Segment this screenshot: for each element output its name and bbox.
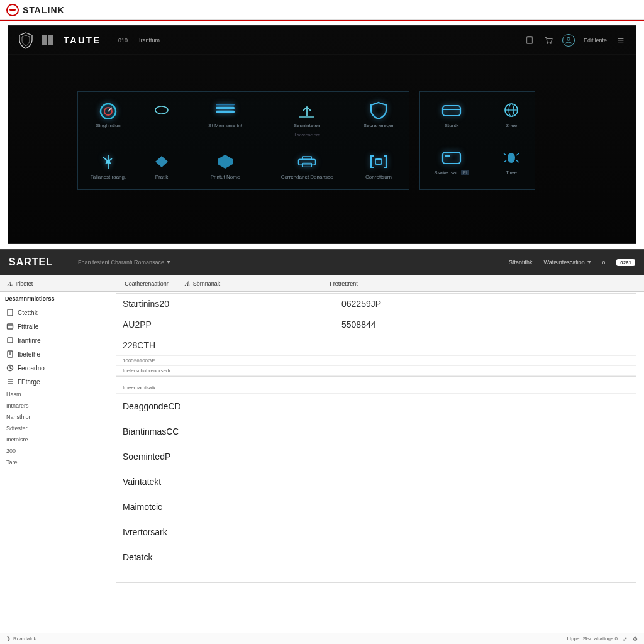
svg-rect-16 [375,159,382,164]
result-list-header: Imeerhamisaik [116,382,636,394]
sidebar-item[interactable]: Feroadno [0,361,108,375]
tab-item[interactable]: Fretrettrent [330,275,358,291]
tiles-box-side: Stuntk Zhee Ssake tsat Pl Tiree [419,91,535,190]
mid-menu-dropdown[interactable]: Watisintescation [544,259,591,265]
pie-icon [6,364,14,372]
svg-rect-23 [445,155,450,157]
detail-subrow: 100596100GE [116,356,636,366]
box2-icon [6,336,14,344]
note-icon [6,350,14,358]
result-list-item[interactable]: Maimotcic [116,494,636,519]
sidebar-item[interactable]: FEtarge [0,375,108,389]
expand-icon[interactable]: ⤢ [623,636,628,642]
tile-label: Seuninteten [294,123,321,129]
dashboard-topbar-right: Editilente [525,34,626,47]
tiles-box-main: Singhintiun St Manhane int Seuninteten I… [77,91,409,190]
cart-icon[interactable] [543,36,553,45]
tile-label: Tiree [506,170,517,176]
status-right: Ltpper Stsu attatinga 0 ⤢ ⚙ [567,636,638,642]
tile-gauge[interactable]: Singhintiun [89,101,127,129]
result-list-item[interactable]: Vaintatekt [116,469,636,494]
svg-rect-10 [216,104,235,105]
svg-rect-8 [216,107,235,109]
mid-tag: 0 [602,260,605,265]
sidebar-item[interactable]: Ftttralle [0,319,108,333]
dashboard-shield-icon [18,31,33,49]
mid-status-label[interactable]: Sttantithk [509,259,533,265]
chevron-down-icon [167,261,170,264]
svg-point-2 [547,42,548,43]
mid-badge: 0261 [616,259,635,266]
tab-item[interactable]: 𝐴.Sbrnnanak [185,275,220,291]
clipboard-icon[interactable] [525,36,535,45]
tile-sublabel: Il sosrene ore [294,133,320,137]
tile-label: Secranereger [364,123,394,129]
dashboard-nav-item[interactable]: Iranttum [139,37,160,43]
svg-line-28 [516,160,519,162]
svg-rect-30 [8,324,13,329]
result-list-item[interactable]: DeaggondeCD [116,394,636,419]
status-bar: ❯ Roardalnk Ltpper Stsu attatinga 0 ⤢ ⚙ [0,633,644,644]
result-list-item[interactable]: SoemintedP [116,444,636,469]
sidebar-plain-item[interactable]: Intnarers [0,400,108,411]
card2-icon [440,148,463,167]
result-list-item[interactable]: Ivrertorsark [116,519,636,545]
sidebar: Desamnrmictiorss Ctetthk Ftttralle Irant… [0,292,108,614]
dashboard-right-label[interactable]: Editilente [584,37,607,43]
status-left: ❯ Roardalnk [6,636,36,641]
tile-printer[interactable]: Correndanet Donansce [278,152,336,180]
tile-bracket[interactable]: Conrettsurn [360,152,397,180]
gauge-icon [97,101,119,119]
dashboard-grid-icon[interactable] [42,35,53,45]
tile-label: Stuntk [445,123,459,129]
tile-loop[interactable] [151,101,172,119]
result-list-item[interactable]: BiantinmasCC [116,419,636,444]
brand-bar: STALINK [0,0,644,20]
dashboard-topbar: TAUTE 010 Iranttum Editilente [8,26,636,55]
more-icon[interactable] [616,36,626,45]
sidebar-plain-item[interactable]: Nansthion [0,411,108,423]
tile-shield[interactable]: Secranereger [360,101,397,129]
tile-globe[interactable]: Zhee [501,101,522,129]
sidebar-plain-item[interactable]: 200 [0,445,108,457]
sidebar-plain-item[interactable]: Tare [0,457,108,468]
brand-name: STALINK [23,5,65,15]
lower-section: Desamnrmictiorss Ctetthk Ftttralle Irant… [0,292,644,614]
result-list: Imeerhamisaik DeaggondeCD BiantinmasCC S… [116,382,636,583]
tile-arrow[interactable]: Seuninteten Il sosrene ore [278,101,336,137]
box-icon [6,323,14,330]
user-avatar-icon[interactable] [562,34,575,47]
tile-diamond[interactable]: Pratik [151,152,172,180]
tab-item[interactable]: Coatherenaationr [125,275,169,291]
mid-bar: SARTEL Fhan testent Charanti Romansace S… [0,249,644,275]
sidebar-item[interactable]: Irantinre [0,333,108,347]
tile-spark[interactable]: Talianest raang. [89,152,127,180]
tile-label: Singhintiun [96,123,121,129]
tab-icon: 𝐴. [8,280,13,287]
sidebar-plain-item[interactable]: Hasm [0,389,108,400]
sidebar-plain-item[interactable]: Inetoisre [0,434,108,445]
printer-icon [296,152,318,171]
shield-icon [367,101,390,119]
sidebar-plain-item[interactable]: Sdtester [0,423,108,434]
mid-dropdown[interactable]: Fhan testent Charanti Romansace [78,259,170,265]
sidebar-item[interactable]: Ctetthk [0,306,108,319]
tab-item[interactable]: 𝐴.Iribetet [8,275,33,291]
svg-line-27 [504,160,506,162]
dashboard-nav: 010 Iranttum [118,37,160,43]
brand-logo-icon [6,4,19,16]
hex-icon [214,152,236,171]
tile-bars[interactable]: St Manhane int [196,101,254,129]
settings-icon[interactable]: ⚙ [633,636,638,642]
card-icon [440,101,463,119]
tile-hex[interactable]: Printut Nome [196,152,254,180]
svg-point-4 [567,37,570,40]
result-list-item[interactable]: Detatck [116,545,636,570]
tile-card2[interactable]: Ssake tsat Pl [433,148,470,176]
tile-bug[interactable]: Tiree [501,148,522,176]
detail-table: Startinins20062259JP AU2PP5508844 228CTH… [116,293,636,377]
sidebar-item[interactable]: Ibetethe [0,347,108,361]
dashboard-nav-item[interactable]: 010 [118,37,128,43]
tile-card[interactable]: Stuntk [433,101,470,129]
tile-label: Correndanet Donansce [281,175,333,180]
